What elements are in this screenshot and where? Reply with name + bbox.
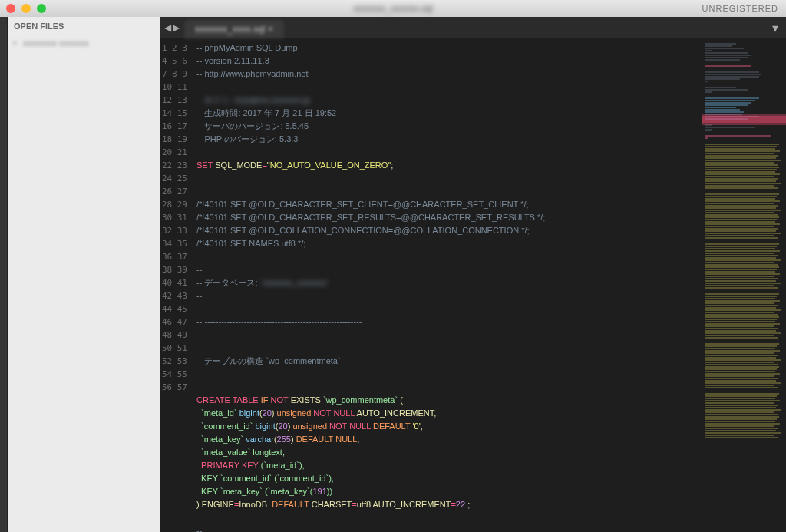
maximize-icon[interactable]: [37, 4, 46, 13]
tab-menu-icon[interactable]: ▾: [765, 17, 786, 38]
sidebar: OPEN FILES xxxxxxxx xxxxxxx: [8, 17, 160, 532]
window-controls: [6, 4, 46, 13]
code-area: 1 2 3 4 5 6 7 8 9 10 11 12 13 14 15 16 1…: [160, 38, 786, 532]
nav-forward-icon[interactable]: ▶: [173, 22, 180, 33]
line-number-gutter: 1 2 3 4 5 6 7 8 9 10 11 12 13 14 15 16 1…: [160, 38, 193, 532]
minimize-icon[interactable]: [21, 4, 31, 13]
close-icon[interactable]: [6, 4, 15, 13]
unregistered-label: UNREGISTERED: [702, 4, 778, 13]
code-content[interactable]: -- phpMyAdmin SQL Dump -- version 2.11.1…: [193, 38, 702, 532]
nav-buttons: ◀ ▶: [160, 17, 184, 38]
file-tab[interactable]: xxxxxxx_xxxx.sql ×: [184, 20, 284, 38]
nav-back-icon[interactable]: ◀: [164, 22, 171, 33]
window-title: xxxxxxx_xxxxxx.sql: [353, 3, 432, 14]
open-files-header: OPEN FILES: [8, 17, 160, 35]
main-area: OPEN FILES xxxxxxxx xxxxxxx ◀ ▶ xxxxxxx_…: [0, 17, 786, 532]
titlebar: xxxxxxx_xxxxxx.sql UNREGISTERED: [0, 0, 786, 17]
editor-pane: ◀ ▶ xxxxxxx_xxxx.sql × ▾ 1 2 3 4 5 6 7 8…: [160, 17, 786, 532]
tab-bar: ◀ ▶ xxxxxxx_xxxx.sql × ▾: [160, 17, 786, 38]
minimap[interactable]: [702, 38, 786, 532]
open-file-item[interactable]: xxxxxxxx xxxxxxx: [8, 35, 160, 51]
activity-bar[interactable]: [0, 17, 8, 532]
